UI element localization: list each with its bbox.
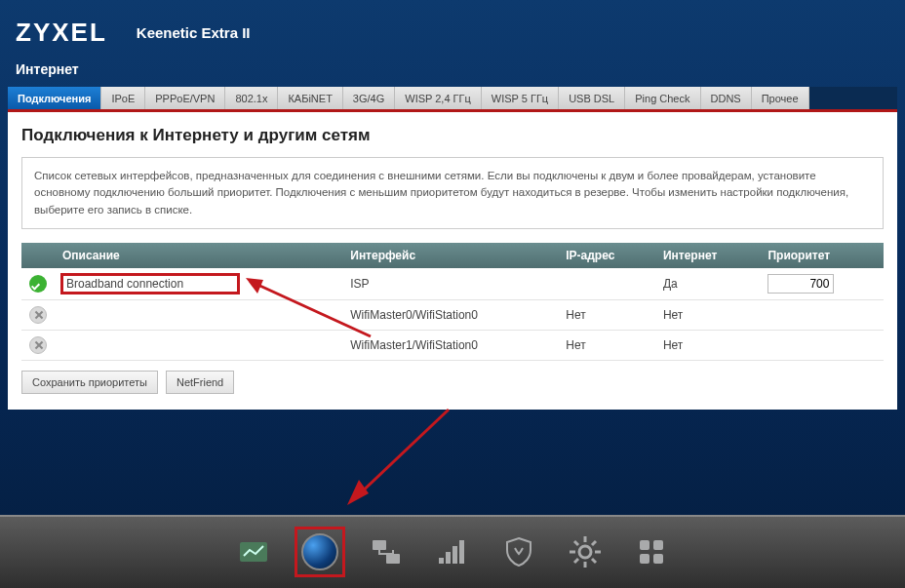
col-header: Интернет: [655, 243, 761, 268]
logo: ZYXEL: [16, 18, 107, 48]
svg-rect-9: [452, 546, 457, 564]
svg-rect-23: [653, 554, 663, 564]
tab-ipoe[interactable]: IPoE: [101, 87, 145, 109]
svg-point-11: [579, 546, 591, 558]
svg-line-16: [574, 541, 578, 545]
svg-rect-7: [439, 558, 444, 564]
table-row[interactable]: WifiMaster0/WifiStation0НетНет: [21, 299, 884, 330]
col-header: IP-адрес: [558, 243, 655, 268]
button-row: Сохранить приоритеты NetFriend: [21, 371, 884, 394]
netfriend-button[interactable]: NetFriend: [166, 371, 234, 394]
svg-rect-8: [446, 552, 451, 564]
nav-signal-icon[interactable]: [432, 531, 473, 572]
svg-line-2: [356, 410, 449, 497]
svg-rect-6: [386, 554, 400, 564]
svg-line-18: [592, 541, 596, 545]
nav-shield-icon[interactable]: [498, 531, 539, 572]
svg-rect-20: [640, 540, 649, 550]
col-header: Приоритет: [760, 243, 884, 268]
bottom-nav: [0, 515, 905, 588]
inet-cell: Нет: [655, 299, 761, 330]
iface-cell: WifiMaster1/WifiStation0: [342, 330, 558, 360]
table-row[interactable]: Broadband connectionISPДа: [21, 268, 884, 300]
ip-cell: [558, 268, 655, 300]
model-name: Keenetic Extra II: [137, 24, 251, 41]
col-header: Описание: [55, 243, 342, 268]
svg-rect-22: [640, 554, 649, 564]
svg-rect-5: [373, 540, 386, 550]
nav-gear-icon[interactable]: [565, 531, 606, 572]
nav-network-icon[interactable]: [366, 531, 407, 572]
header: ZYXEL Keenetic Extra II: [0, 0, 905, 56]
svg-line-17: [592, 559, 596, 563]
save-priorities-button[interactable]: Сохранить приоритеты: [21, 371, 158, 394]
description-cell: Broadband connection: [62, 275, 238, 293]
description-cell: [55, 330, 342, 360]
tab-подключения[interactable]: Подключения: [8, 87, 101, 109]
nav-apps-icon[interactable]: [631, 531, 672, 572]
tab-bar: ПодключенияIPoEPPPoE/VPN802.1xКАБiNET3G/…: [8, 87, 897, 112]
svg-marker-3: [347, 480, 369, 505]
tab-802-1x[interactable]: 802.1x: [225, 87, 278, 109]
tab-usb-dsl[interactable]: USB DSL: [559, 87, 625, 109]
iface-cell: WifiMaster0/WifiStation0: [342, 299, 558, 330]
table-row[interactable]: WifiMaster1/WifiStation0НетНет: [21, 330, 884, 360]
tab-прочее[interactable]: Прочее: [752, 87, 809, 109]
status-ok-icon: [29, 275, 47, 293]
tab-wisp-2-4-ггц[interactable]: WISP 2,4 ГГц: [395, 87, 482, 109]
col-header: [21, 243, 55, 268]
info-box: Список сетевых интерфейсов, предназначен…: [21, 157, 884, 229]
inet-cell: Да: [655, 268, 761, 300]
tab-3g-4g[interactable]: 3G/4G: [343, 87, 395, 109]
nav-globe-icon[interactable]: [299, 531, 340, 572]
tab-кабinet[interactable]: КАБiNET: [278, 87, 342, 109]
svg-rect-21: [653, 540, 663, 550]
description-cell: Broadband connection: [55, 268, 342, 300]
section-title: Интернет: [0, 56, 905, 87]
panel-title: Подключения к Интернету и другим сетям: [21, 126, 884, 145]
iface-cell: ISP: [342, 268, 558, 300]
description-cell: [55, 299, 342, 330]
ip-cell: Нет: [558, 299, 655, 330]
svg-line-19: [574, 559, 578, 563]
main-panel: Подключения к Интернету и другим сетям С…: [8, 112, 897, 410]
tab-pppoe-vpn[interactable]: PPPoE/VPN: [145, 87, 225, 109]
tab-ping-check[interactable]: Ping Check: [625, 87, 700, 109]
tab-wisp-5-ггц[interactable]: WISP 5 ГГц: [482, 87, 559, 109]
tab-ddns[interactable]: DDNS: [701, 87, 752, 109]
col-header: Интерфейс: [342, 243, 558, 268]
connections-table: ОписаниеИнтерфейсIP-адресИнтернетПриорит…: [21, 243, 884, 361]
svg-rect-10: [459, 540, 464, 564]
ip-cell: Нет: [558, 330, 655, 360]
status-disabled-icon: [29, 306, 47, 324]
inet-cell: Нет: [655, 330, 761, 360]
nav-dashboard-icon[interactable]: [233, 531, 274, 572]
status-disabled-icon: [29, 336, 47, 354]
priority-input[interactable]: [767, 274, 834, 294]
